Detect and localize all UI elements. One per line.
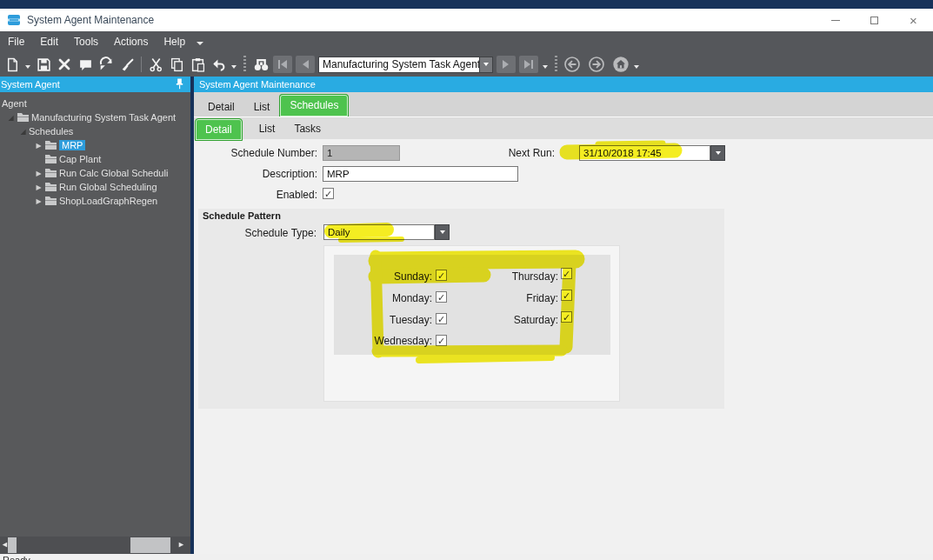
cut-icon[interactable] xyxy=(145,54,166,75)
expander-collapsed-icon[interactable]: ▶ xyxy=(33,170,44,177)
app-window: System Agent Maintenance × File Edit Too… xyxy=(0,0,933,560)
back-button[interactable] xyxy=(562,54,583,75)
wednesday-checkbox[interactable]: ✓ xyxy=(436,335,447,346)
new-document-button[interactable] xyxy=(2,54,23,75)
find-binoculars-icon[interactable] xyxy=(250,54,271,75)
next-run-dropdown-icon[interactable] xyxy=(710,145,725,161)
undo-icon[interactable] xyxy=(208,54,229,75)
days-box: Sunday: ✓ Monday: ✓ Tuesday: ✓ Wednesday… xyxy=(334,255,610,355)
toolbar-drag-handle[interactable] xyxy=(243,56,246,73)
schedule-number-field: 1 xyxy=(323,145,400,161)
folder-icon xyxy=(44,196,59,206)
record-combo: Manufacturing System Task Agent xyxy=(318,57,493,73)
menu-file[interactable]: File xyxy=(0,31,32,52)
menu-edit[interactable]: Edit xyxy=(32,31,66,52)
selected-tree-item: MRP xyxy=(59,140,85,150)
tree-item-cap-plant[interactable]: Cap Plant xyxy=(0,152,190,166)
monday-checkbox[interactable]: ✓ xyxy=(436,291,447,303)
scrollbar-thumb[interactable] xyxy=(8,537,17,553)
toolbar-overflow-icon[interactable] xyxy=(631,54,642,75)
tab-detail[interactable]: Detail xyxy=(198,97,244,117)
tree-horizontal-scrollbar[interactable]: ◄ ► xyxy=(0,537,190,554)
tree-item-manufacturing-system-task-agent[interactable]: ◢ Manufacturing System Task Agent xyxy=(0,110,190,124)
tree-item-schedules[interactable]: ◢ Schedules xyxy=(0,124,190,138)
tab-list[interactable]: List xyxy=(244,97,280,117)
next-record-button[interactable] xyxy=(496,56,516,73)
undo-dropdown-icon[interactable] xyxy=(229,54,239,75)
tuesday-checkbox[interactable]: ✓ xyxy=(436,313,447,324)
main-header: System Agent Maintenance xyxy=(194,77,933,92)
web-home-button[interactable] xyxy=(610,54,631,75)
wednesday-label: Wednesday: xyxy=(325,335,432,347)
sunday-checkbox[interactable]: ✓ xyxy=(436,270,447,281)
folder-icon xyxy=(44,154,59,164)
description-field[interactable]: MRP xyxy=(323,166,518,182)
expander-expanded-icon[interactable]: ◢ xyxy=(5,114,17,122)
comment-icon[interactable] xyxy=(75,54,96,75)
save-button[interactable] xyxy=(33,54,54,75)
toolbar-drag-handle[interactable] xyxy=(555,56,557,73)
expander-collapsed-icon[interactable]: ▶ xyxy=(33,197,44,205)
navigation-overflow-icon[interactable] xyxy=(540,54,550,75)
schedule-pattern-group: Schedule Pattern Schedule Type: Daily Su… xyxy=(198,209,724,409)
forward-button[interactable] xyxy=(586,54,607,75)
tree-item-mrp[interactable]: ▶ MRP xyxy=(0,138,190,152)
maximize-button[interactable] xyxy=(855,9,894,31)
status-text: Ready xyxy=(3,555,933,560)
tree-item-shoploadgraphregen[interactable]: ▶ ShopLoadGraphRegen xyxy=(0,194,190,208)
menu-help[interactable]: Help xyxy=(156,31,193,52)
subtab-detail[interactable]: Detail xyxy=(195,118,243,141)
expander-collapsed-icon[interactable]: ▶ xyxy=(33,183,44,191)
pin-icon[interactable] xyxy=(176,78,183,90)
menubar: File Edit Tools Actions Help xyxy=(0,31,933,52)
first-record-button[interactable] xyxy=(273,56,292,73)
minimize-button[interactable] xyxy=(816,9,855,31)
menu-actions[interactable]: Actions xyxy=(106,31,156,52)
next-run-label: Next Run: xyxy=(457,147,555,159)
expander-collapsed-icon[interactable]: ▶ xyxy=(33,142,44,150)
subtab-tasks[interactable]: Tasks xyxy=(284,120,330,137)
close-icon: × xyxy=(910,14,917,27)
maximize-icon xyxy=(870,17,878,24)
tuesday-label: Tuesday: xyxy=(334,314,432,326)
subtab-bar: Detail List Tasks xyxy=(194,117,933,139)
enabled-checkbox[interactable]: ✓ xyxy=(323,188,334,199)
paste-icon[interactable] xyxy=(187,54,208,75)
saturday-checkbox[interactable]: ✓ xyxy=(561,311,572,323)
last-record-button[interactable] xyxy=(519,56,538,73)
friday-checkbox[interactable]: ✓ xyxy=(561,290,572,301)
tree-item-agent[interactable]: Agent xyxy=(0,97,190,110)
thursday-label: Thursday: xyxy=(464,270,558,283)
copy-icon[interactable] xyxy=(166,54,187,75)
tree-item-run-calc-global-scheduling[interactable]: ▶ Run Calc Global Scheduli xyxy=(0,166,190,180)
system-agent-panel: System Agent Agent ◢ Manufacturing Syste… xyxy=(0,77,190,554)
schedule-type-field[interactable]: Daily xyxy=(323,224,435,240)
delete-icon[interactable] xyxy=(54,54,75,75)
schedule-type-dropdown-icon[interactable] xyxy=(435,224,450,240)
thursday-checkbox[interactable]: ✓ xyxy=(561,268,572,279)
scrollbar-thumb[interactable] xyxy=(130,537,170,553)
menu-tools[interactable]: Tools xyxy=(66,31,106,52)
expander-expanded-icon[interactable]: ◢ xyxy=(17,128,29,136)
tree-item-run-global-scheduling[interactable]: ▶ Run Global Scheduling xyxy=(0,180,190,194)
record-combo-dropdown-icon[interactable] xyxy=(480,57,493,73)
new-document-dropdown-icon[interactable] xyxy=(23,54,33,75)
menu-overflow-chevron-icon[interactable] xyxy=(197,42,203,45)
main-panel: System Agent Maintenance Detail List Sch… xyxy=(194,77,933,554)
tab-schedules[interactable]: Schedules xyxy=(279,94,349,117)
clear-brush-icon[interactable] xyxy=(117,54,137,75)
next-run-field[interactable]: 31/10/2018 17:45 xyxy=(579,145,710,161)
schedule-type-label: Schedule Type: xyxy=(198,227,317,239)
subtab-list[interactable]: List xyxy=(250,120,285,137)
record-combo-input[interactable]: Manufacturing System Task Agent xyxy=(318,57,480,73)
refresh-icon[interactable] xyxy=(96,54,117,75)
scroll-right-icon[interactable]: ► xyxy=(177,540,185,549)
toolbar-separator xyxy=(141,57,142,72)
folder-icon xyxy=(44,140,59,150)
previous-record-button[interactable] xyxy=(296,56,315,73)
schedule-number-label: Schedule Number: xyxy=(194,147,317,159)
close-button[interactable]: × xyxy=(894,9,933,31)
panel-title: System Agent xyxy=(1,79,60,90)
schedule-pattern-title: Schedule Pattern xyxy=(203,210,281,221)
titlebar: System Agent Maintenance × xyxy=(0,9,933,31)
